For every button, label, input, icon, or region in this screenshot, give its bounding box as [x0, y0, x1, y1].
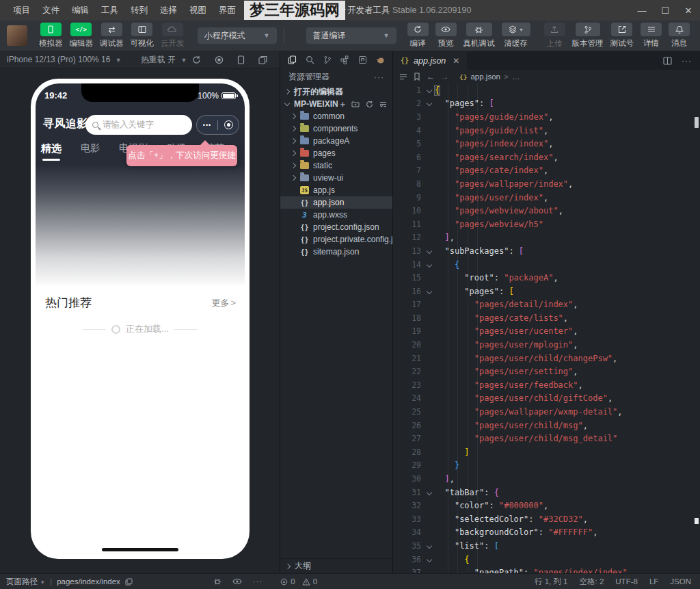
menu-item-5[interactable]: 选择	[154, 5, 183, 16]
editor-toggle-button[interactable]: </> 编辑器	[70, 23, 94, 49]
collapse-all-icon[interactable]	[379, 101, 387, 108]
eye-icon[interactable]	[232, 578, 242, 585]
project-root[interactable]: MP-WEIXIN +	[280, 98, 392, 110]
cursor-position[interactable]: 行 1, 列 1	[535, 577, 568, 587]
compile-button[interactable]: 编译	[407, 23, 429, 49]
line-number: 1	[393, 86, 423, 95]
preview-button[interactable]: 预览	[435, 23, 457, 49]
tree-item-app.js[interactable]: JSapp.js	[280, 184, 392, 196]
messages-button[interactable]: 消息	[669, 23, 690, 49]
more-menu-button[interactable]: •••	[197, 122, 217, 129]
menu-item-2[interactable]: 编辑	[66, 5, 95, 16]
code-line-28: 28 ]	[393, 445, 700, 459]
search-icon[interactable]	[306, 55, 314, 64]
cloud-dev-button[interactable]: 云开发	[161, 23, 185, 49]
upload-button[interactable]: 上传	[544, 23, 565, 49]
menu-item-6[interactable]: 视图	[183, 5, 213, 16]
remote-debug-button[interactable]: 真机调试	[463, 23, 495, 49]
tree-item-pages[interactable]: pages	[280, 147, 392, 159]
simulator-toggle-button[interactable]: 模拟器	[39, 23, 63, 49]
fold-chevron-icon[interactable]	[426, 261, 431, 267]
tab-app-json[interactable]: {} app.json ✕	[393, 51, 467, 70]
close-button[interactable]: ✕	[677, 0, 700, 21]
tree-item-app.json[interactable]: {}app.json	[280, 196, 392, 209]
encoding-setting[interactable]: UTF-8	[615, 577, 638, 586]
tree-item-uview-ui[interactable]: uview-ui	[280, 172, 392, 184]
extensions-icon[interactable]	[340, 55, 349, 64]
menu-item-7[interactable]: 界面	[213, 5, 242, 16]
tree-item-sitemap.json[interactable]: {}sitemap.json	[280, 246, 392, 258]
multi-window-icon[interactable]	[258, 55, 267, 64]
record-icon[interactable]	[215, 55, 224, 64]
explorer-more-button[interactable]: ···	[374, 73, 384, 82]
bookmark-icon[interactable]	[414, 73, 420, 81]
indentation-setting[interactable]: 空格: 2	[580, 577, 604, 587]
fold-chevron-icon[interactable]	[426, 248, 431, 254]
outline-section[interactable]: 大纲	[280, 558, 392, 573]
tree-item-components[interactable]: components	[280, 122, 392, 135]
menu-item-4[interactable]: 转到	[124, 5, 154, 16]
status-more-button[interactable]: ···	[253, 577, 263, 586]
details-button[interactable]: 详情	[641, 23, 662, 49]
copy-icon[interactable]	[125, 578, 133, 586]
minimize-button[interactable]: —	[630, 0, 654, 21]
back-icon[interactable]: ←	[427, 72, 435, 81]
fold-chevron-icon[interactable]	[426, 489, 431, 495]
outline-icon[interactable]	[399, 73, 407, 80]
language-mode[interactable]: JSON	[670, 577, 691, 586]
problems-indicator[interactable]: 0 0	[280, 577, 317, 586]
fold-chevron-icon[interactable]	[426, 288, 431, 293]
clear-cache-button[interactable]: ▼ 清缓存	[502, 23, 530, 49]
source-control-icon[interactable]	[323, 55, 332, 64]
close-capsule-button[interactable]	[218, 120, 239, 129]
new-folder-icon[interactable]	[351, 101, 360, 107]
code-area[interactable]: 1{2 "pages": [3 "pages/guide/index",4 "p…	[393, 83, 700, 573]
split-editor-icon[interactable]	[663, 57, 672, 65]
compile-mode-dropdown[interactable]: 普通编译 ▼	[306, 27, 396, 44]
test-account-button[interactable]: 测试号	[610, 23, 634, 49]
eol-setting[interactable]: LF	[649, 577, 658, 586]
line-number: 14	[393, 260, 423, 270]
files-icon[interactable]	[288, 55, 297, 64]
maximize-button[interactable]: ☐	[654, 0, 677, 21]
new-file-icon[interactable]: +	[340, 100, 345, 109]
more-link[interactable]: 更多>	[211, 297, 236, 309]
fold-chevron-icon[interactable]	[426, 556, 431, 562]
fold-chevron-icon[interactable]	[426, 88, 431, 93]
version-management-button[interactable]: 版本管理	[572, 23, 604, 49]
tree-item-packageA[interactable]: packageA	[280, 135, 392, 147]
tree-item-static[interactable]: static	[280, 159, 392, 172]
fold-chevron-icon[interactable]	[426, 101, 431, 106]
hot-reload-toggle[interactable]: 热重载 开 ▼	[141, 54, 187, 66]
restart-icon[interactable]	[192, 55, 201, 64]
user-avatar[interactable]	[7, 25, 27, 46]
forward-icon[interactable]: →	[441, 72, 449, 81]
code-line-20: 20 "pages/user/mplogin",	[393, 338, 700, 352]
fold-chevron-icon[interactable]	[426, 543, 431, 549]
phone-tab-0[interactable]: 精选	[40, 142, 63, 161]
phone-tab-1[interactable]: 电影	[79, 142, 101, 160]
tree-item-project.private.config.js[interactable]: {}project.private.config.js…	[280, 233, 392, 246]
page-path-selector[interactable]: 页面路径 ▼	[6, 577, 45, 587]
mode-dropdown[interactable]: 小程序模式 ▼	[198, 27, 277, 44]
plugin-panel-icon[interactable]	[358, 55, 367, 64]
menu-item-0[interactable]: 项目	[7, 5, 36, 16]
debugger-toggle-button[interactable]: 调试器	[100, 23, 124, 49]
breadcrumb-file[interactable]: {} app.json > …	[459, 73, 520, 81]
search-input[interactable]: 请输入关键字	[85, 115, 192, 135]
menu-item-3[interactable]: 工具	[95, 5, 124, 16]
hand-icon[interactable]	[376, 56, 385, 64]
open-editors-section[interactable]: 打开的编辑器	[280, 86, 392, 98]
refresh-icon[interactable]	[366, 101, 373, 108]
code-line-5: 5 "pages/index/index",	[393, 137, 700, 150]
bug-icon[interactable]	[213, 577, 221, 586]
editor-more-button[interactable]: ···	[682, 56, 692, 66]
phone-frame-icon[interactable]	[237, 55, 245, 64]
tree-item-project.config.json[interactable]: {}project.config.json	[280, 221, 392, 233]
visualization-toggle-button[interactable]: 可视化	[131, 23, 154, 49]
menu-item-1[interactable]: 文件	[36, 5, 66, 16]
tree-item-app.wxss[interactable]: 3app.wxss	[280, 209, 392, 221]
close-tab-icon[interactable]: ✕	[453, 56, 459, 66]
device-selector[interactable]: iPhone 12/13 (Pro) 100% 16 ▼	[7, 55, 122, 64]
tree-item-common[interactable]: common	[280, 110, 392, 122]
